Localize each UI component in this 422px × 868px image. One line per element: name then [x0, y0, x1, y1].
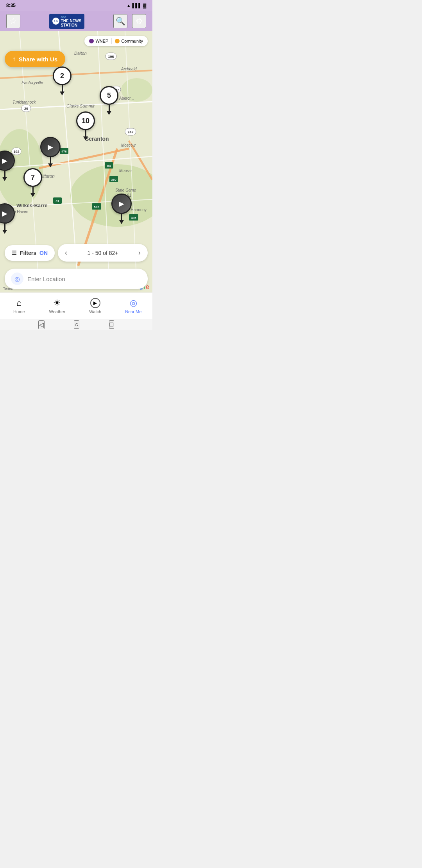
pagination-control[interactable]: ‹ 1 - 50 of 82+ ›	[58, 244, 148, 262]
video-pin-3[interactable]: ▶	[111, 194, 132, 224]
svg-text:Moscow: Moscow	[121, 143, 136, 147]
location-icon: ◎	[11, 273, 23, 285]
video-thumbnail: ▶	[40, 137, 61, 157]
legend-divider	[111, 38, 112, 44]
video-thumbnail: ▶	[0, 151, 15, 171]
status-icons: ▲ ▌▌▌ ▓	[127, 3, 146, 8]
filters-button[interactable]: ☰ Filters ON	[5, 245, 55, 261]
video-play-overlay: ▶	[41, 138, 59, 156]
status-bar: 8:35 ▲ ▌▌▌ ▓	[0, 0, 152, 11]
video-pin-1[interactable]: ▶	[40, 137, 61, 167]
nav-near-me-label: Near Me	[125, 309, 141, 314]
favorite-button[interactable]: ☆	[6, 14, 20, 28]
search-icon: 🔍	[116, 16, 125, 26]
weather-icon: ☀	[53, 298, 61, 308]
filters-status: ON	[39, 250, 48, 256]
svg-text:State Game: State Game	[115, 188, 136, 192]
pin-count: 2	[53, 66, 72, 85]
nav-watch[interactable]: ▶ Watch	[76, 295, 114, 317]
map-pin-7[interactable]: 7	[23, 168, 42, 197]
pin-tail	[4, 171, 5, 177]
pin-point	[119, 220, 124, 224]
svg-text:Archbald: Archbald	[121, 67, 137, 71]
pin-count: 7	[23, 168, 42, 187]
svg-text:81: 81	[56, 199, 59, 203]
svg-text:Moosic: Moosic	[119, 169, 132, 173]
pin-tail	[85, 130, 86, 136]
logo-tagline: THE NEWSSTATION	[61, 19, 82, 27]
map-legend: WNEP Community	[84, 36, 148, 46]
logo-box: 16 abc THE NEWSSTATION	[49, 14, 85, 29]
nav-watch-label: Watch	[89, 309, 101, 314]
wnep-legend-item: WNEP	[89, 39, 108, 43]
video-thumbnail: ▶	[0, 203, 15, 224]
video-play-overlay: ▶	[0, 204, 14, 222]
pin-count: 10	[76, 111, 95, 130]
star-icon: ☆	[9, 16, 17, 26]
svg-text:Factoryville: Factoryville	[21, 80, 43, 85]
svg-text:29: 29	[24, 107, 28, 111]
svg-text:Tunkhannock: Tunkhannock	[13, 100, 36, 104]
play-icon: ▶	[2, 156, 7, 165]
home-icon: ⌂	[16, 298, 21, 308]
pagination-label: 1 - 50 of 82+	[88, 250, 118, 256]
settings-button[interactable]: ⚙	[132, 14, 146, 28]
next-page-button[interactable]: ›	[138, 249, 141, 257]
watch-icon: ▶	[90, 298, 100, 308]
svg-text:Clarks Summit: Clarks Summit	[66, 104, 95, 108]
header-action-icons: 🔍 ⚙	[113, 14, 146, 28]
filters-bar: ☰ Filters ON ‹ 1 - 50 of 82+ ›	[5, 244, 148, 262]
recents-button[interactable]: □	[109, 320, 114, 329]
share-with-us-button[interactable]: ↑ Share with Us	[5, 51, 65, 67]
community-legend-item: Community	[115, 39, 143, 43]
status-time: 8:35	[6, 3, 16, 8]
nav-weather[interactable]: ☀ Weather	[38, 295, 77, 317]
pin-point	[83, 136, 88, 140]
map-pin-10[interactable]: 10	[76, 111, 95, 140]
location-input[interactable]	[27, 276, 141, 282]
pin-tail	[4, 224, 5, 230]
svg-text:Dalton: Dalton	[74, 51, 87, 56]
pin-tail	[50, 157, 51, 163]
play-icon: ▶	[119, 199, 124, 208]
signal-icon: ▌▌▌	[132, 3, 141, 8]
wnep-legend-dot	[89, 39, 94, 43]
play-icon: ▶	[2, 209, 7, 218]
pin-point	[48, 163, 53, 167]
nav-home[interactable]: ⌂ Home	[0, 295, 38, 317]
pin-point	[60, 91, 64, 95]
home-button[interactable]: ○	[74, 320, 79, 329]
svg-text:380: 380	[111, 178, 116, 181]
location-bar: ◎	[5, 269, 148, 289]
battery-icon: ▓	[143, 3, 146, 8]
bottom-navigation: ⌂ Home ☀ Weather ▶ Watch ◎ Near Me	[0, 292, 152, 319]
near-me-icon: ◎	[130, 298, 137, 308]
svg-text:Wilkes-Barre: Wilkes-Barre	[16, 203, 47, 208]
channel-type: abc	[61, 15, 82, 19]
back-button[interactable]: ◁	[38, 320, 45, 329]
community-legend-label: Community	[121, 39, 143, 43]
video-play-overlay: ▶	[0, 152, 14, 170]
map-pin-5[interactable]: 5	[100, 86, 118, 115]
svg-text:435: 435	[131, 216, 136, 220]
pin-tail	[121, 214, 122, 220]
pin-count: 5	[100, 86, 118, 105]
pin-point	[2, 230, 7, 234]
nav-weather-label: Weather	[49, 309, 65, 314]
android-navigation: ◁ ○ □	[0, 319, 152, 330]
app-logo: 16 abc THE NEWSSTATION	[49, 14, 85, 29]
map-pin-2[interactable]: 2	[53, 66, 72, 95]
prev-page-button[interactable]: ‹	[65, 249, 67, 257]
svg-text:247: 247	[127, 130, 133, 134]
video-play-overlay: ▶	[113, 195, 131, 213]
search-button[interactable]: 🔍	[113, 14, 127, 28]
settings-icon: ⚙	[136, 16, 143, 26]
pin-point	[2, 177, 7, 181]
video-pin-4[interactable]: ▶	[0, 203, 15, 234]
play-icon: ▶	[48, 143, 53, 151]
nav-near-me[interactable]: ◎ Near Me	[114, 295, 153, 317]
pin-point	[107, 111, 111, 115]
video-pin-2[interactable]: ▶	[0, 151, 15, 181]
svg-text:106: 106	[108, 55, 114, 59]
svg-text:502: 502	[94, 205, 99, 209]
